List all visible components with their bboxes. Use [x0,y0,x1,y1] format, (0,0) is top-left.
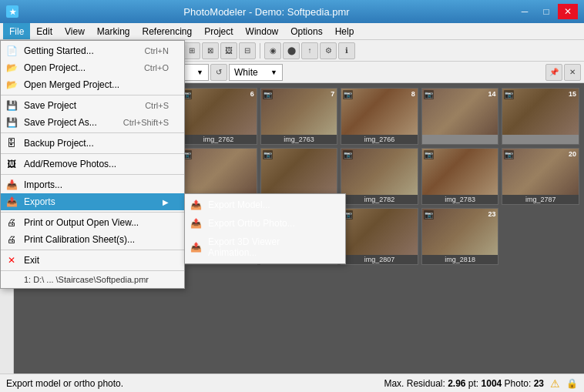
photo-icon[interactable]: 🖼 [220,42,237,59]
photo-thumbnail[interactable]: 📷img_2782 [341,148,418,205]
photo-number: 7 [331,90,334,98]
scale-icon[interactable]: ⊞ [183,42,200,59]
menu-save-project-as[interactable]: 💾 Save Project As... Ctrl+Shift+S [1,114,184,131]
recent-project[interactable]: 1: D:\ ... \Staircase\Softpedia.pmr [1,273,184,286]
photo-thumbnail[interactable]: 14📷 [421,88,499,145]
photo-number: 8 [411,90,415,98]
title-bar: ★ PhotoModeler - Demo: Softpedia.pmr ─ □… [0,0,584,23]
menu-edit[interactable]: Edit [30,23,59,39]
sep-2 [1,132,184,133]
warning-icon: ⚠ [550,377,560,390]
menu-open-merged[interactable]: 📂 Open Merged Project... [1,76,184,93]
export-model-icon: 📤 [190,199,202,211]
grid-icon[interactable]: ⊟ [239,42,256,59]
max-residual-label: Max. Residual: 2.96 pt: 1004 Photo: 23 [384,378,544,389]
photo-thumbnail[interactable]: 📷img_2783 [421,148,499,205]
camera-icon: 📷 [504,90,514,99]
toolbar-sep-3 [260,43,260,59]
white-dropdown-arrow: ▼ [270,69,277,76]
photo-thumbnail[interactable]: 6📷img_2762 [180,88,257,145]
file-dropdown-overlay: 📄 Getting Started... Ctrl+N 📂 Open Proje… [0,40,185,289]
menu-print-view[interactable]: 🖨 Print or Output Open View... [1,214,184,231]
photo-label: img_2782 [341,195,418,204]
status-right: Max. Residual: 2.96 pt: 1004 Photo: 23 ⚠… [384,377,578,390]
photo-label: img_2762 [180,135,257,144]
open-project-icon: 📂 [5,62,18,74]
info-icon[interactable]: ℹ [338,42,355,59]
exports-submenu: 📤 Export Model... 📤 Export Ortho Photo..… [184,193,346,264]
menu-export-3d[interactable]: 📤 Export 3D Viewer Animation... [185,233,345,262]
menu-save-project[interactable]: 💾 Save Project Ctrl+S [1,97,184,114]
print-cal-icon: 🖨 [5,233,18,246]
menu-imports[interactable]: 📥 Imports... [1,176,184,193]
ref-icon[interactable]: ⊠ [202,42,219,59]
camera-icon: 📷 [343,90,353,99]
photo-number: 14 [488,90,495,98]
menu-project[interactable]: Project [198,23,239,39]
photo-thumbnail[interactable]: 20📷img_2787 [502,148,579,205]
minimize-button[interactable]: ─ [515,4,535,19]
menu-window[interactable]: Window [240,23,285,39]
lock-icon: 🔒 [566,378,578,389]
file-menu: 📄 Getting Started... Ctrl+N 📂 Open Proje… [0,40,185,289]
refresh-icon[interactable]: ↺ [210,64,227,81]
menu-print-cal[interactable]: 🖨 Print Calibration Sheet(s)... [1,231,184,248]
photo-thumbnail[interactable]: 15📷 [502,88,579,145]
menu-export-model[interactable]: 📤 Export Model... [185,196,345,214]
settings-icon[interactable]: ⚙ [320,42,337,59]
menu-marking[interactable]: Marking [91,23,136,39]
backup-icon: 🗄 [5,137,18,149]
photo-label: img_2807 [341,255,418,264]
sep-3 [1,153,184,154]
exports-arrow: ▶ [163,198,169,206]
pin-icon[interactable]: 📌 [545,64,562,81]
photo-thumbnail[interactable]: 23📷img_2818 [421,208,499,265]
photo-label: img_2818 [422,255,498,264]
close-button[interactable]: ✕ [558,4,578,19]
photo-thumbnail[interactable]: 7📷img_2763 [260,88,338,145]
export-icon[interactable]: ↑ [301,42,318,59]
menu-exit[interactable]: ✕ Exit [1,252,184,269]
menu-open-project[interactable]: 📂 Open Project... Ctrl+O [1,59,184,76]
3d-icon[interactable]: ◉ [264,42,281,59]
camera-icon: 📷 [424,150,434,159]
export-ortho-icon: 📤 [190,217,202,230]
camera-icon: 📷 [343,150,353,159]
menu-bar: File Edit View Marking Referencing Proje… [0,23,584,40]
menu-file[interactable]: File [3,23,30,39]
menu-getting-started[interactable]: 📄 Getting Started... Ctrl+N [1,42,184,59]
sep-6 [1,250,184,250]
menu-help[interactable]: Help [329,23,361,39]
camera-icon: 📷 [263,90,273,99]
sep-4 [1,174,184,175]
photo-label: img_2763 [261,135,337,144]
camera-icon: 📷 [424,90,434,99]
photo-number: 20 [569,150,576,158]
photo-thumbnail[interactable]: 8📷img_2766 [341,88,418,145]
sep-1 [1,95,184,95]
menu-options[interactable]: Options [284,23,328,39]
white-dropdown[interactable]: White ▼ [229,64,283,81]
model-icon[interactable]: ⬤ [283,42,300,59]
menu-add-remove-photos[interactable]: 🖼 Add/Remove Photos... [1,156,184,173]
photo-label: img_2783 [422,195,498,204]
export-3d-icon: 📤 [190,241,202,253]
menu-backup[interactable]: 🗄 Backup Project... [1,135,184,152]
open-merged-icon: 📂 [5,79,18,91]
window-controls: ─ □ ✕ [515,4,578,19]
photo-thumbnail[interactable]: 📷img_2807 [341,208,418,265]
menu-export-ortho[interactable]: 📤 Export Ortho Photo... [185,214,345,233]
maximize-button[interactable]: □ [536,4,556,19]
camera-icon: 📷 [263,150,273,159]
close-panel-icon[interactable]: ✕ [564,64,581,81]
camera-icon: 📷 [424,210,434,219]
photo-number: 15 [569,90,576,98]
photo-number: 23 [488,210,495,218]
menu-view[interactable]: View [59,23,91,39]
camera-icon: 📷 [504,150,514,159]
menu-referencing[interactable]: Referencing [136,23,199,39]
menu-exports[interactable]: 📤 Exports ▶ 📤 Export Model... 📤 Export O… [1,193,184,210]
imports-icon: 📥 [5,179,18,191]
photo-label: img_2766 [341,135,418,144]
save-as-icon: 💾 [5,116,18,129]
